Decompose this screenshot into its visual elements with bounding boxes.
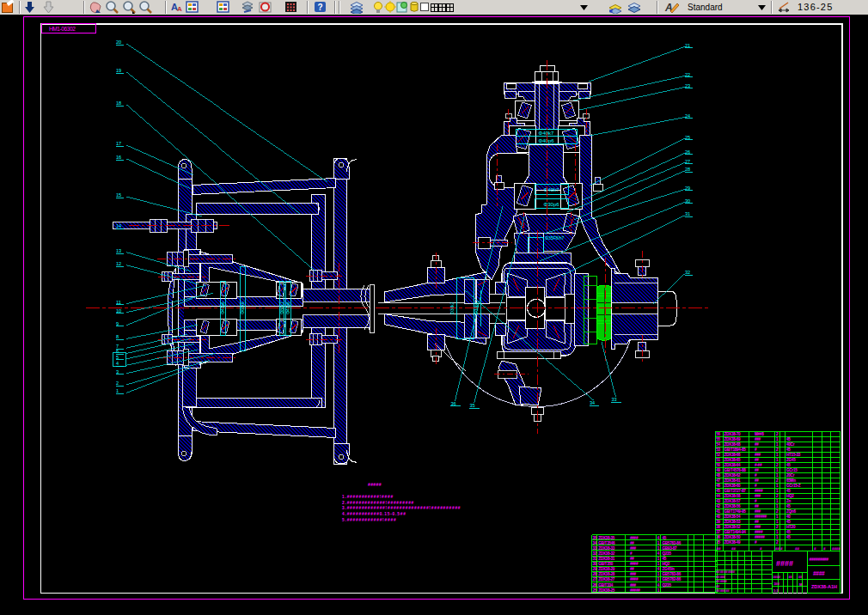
- svg-text:16: 16: [116, 155, 121, 160]
- svg-text:20Cr: 20Cr: [786, 473, 795, 478]
- svg-text:ZDX38-25: ZDX38-25: [598, 588, 615, 593]
- svg-text:GB/T3546: GB/T3546: [598, 541, 615, 545]
- svg-text:GB93-87: GB93-87: [663, 546, 678, 551]
- svg-text:Q235: Q235: [663, 583, 672, 588]
- svg-text:2.#############!#########: 2.#############!#########: [342, 501, 414, 505]
- svg-text:HT20: HT20: [786, 525, 796, 529]
- svg-text:#####: #####: [368, 482, 382, 487]
- svg-text:ZDX38-31: ZDX38-31: [598, 557, 615, 561]
- svg-text:Φ40p6: Φ40p6: [221, 301, 225, 314]
- svg-text:####: ####: [755, 530, 763, 534]
- svg-text:GB5783-86: GB5783-86: [663, 541, 682, 545]
- svg-text:###: ###: [630, 583, 637, 588]
- svg-text:ZDX38-27: ZDX38-27: [598, 577, 615, 582]
- svg-text:ZDX38-53: ZDX38-53: [724, 520, 742, 524]
- svg-text:ZDX38-69: ZDX38-69: [724, 437, 742, 441]
- svg-text:54: 54: [716, 442, 720, 447]
- svg-text:## ## ## ####: ## ## ## ####: [716, 570, 736, 574]
- svg-text:24: 24: [685, 113, 690, 119]
- svg-text:13: 13: [116, 248, 121, 253]
- svg-text:6: 6: [116, 349, 119, 354]
- svg-text:HQ2: HQ2: [663, 562, 670, 566]
- svg-text:GB/T1494-94: GB/T1494-94: [724, 530, 747, 534]
- svg-text:34: 34: [593, 541, 597, 545]
- svg-text:51: 51: [716, 458, 720, 462]
- svg-text:22: 22: [685, 72, 690, 77]
- svg-text:Q235: Q235: [663, 551, 672, 556]
- svg-text:38: 38: [716, 525, 720, 529]
- svg-text:## ###: ## ###: [716, 575, 726, 579]
- svg-text:Φ35F8/h7: Φ35F8/h7: [545, 235, 565, 241]
- svg-text:ZG45: ZG45: [786, 458, 796, 462]
- svg-text:30: 30: [593, 562, 597, 566]
- svg-text:Φ80k7: Φ80k7: [280, 301, 284, 314]
- svg-text:42: 42: [716, 504, 720, 508]
- svg-text:###: ###: [755, 437, 761, 441]
- svg-text:####: ####: [630, 562, 639, 566]
- svg-text:##: ##: [755, 478, 759, 483]
- svg-text:ZDX38-28: ZDX38-28: [598, 572, 615, 576]
- svg-text:##: ##: [755, 458, 759, 462]
- svg-text:43: 43: [716, 499, 720, 503]
- svg-text:#-##: #-##: [755, 463, 762, 467]
- svg-text:##: ##: [755, 468, 759, 472]
- svg-text:33: 33: [612, 397, 617, 402]
- svg-text:####: ####: [776, 559, 793, 568]
- svg-text:4: 4: [116, 361, 119, 366]
- svg-text:GCr15: GCr15: [786, 468, 798, 472]
- svg-text:ZDX38-49: ZDX38-49: [724, 540, 742, 545]
- svg-text:45: 45: [786, 504, 791, 508]
- svg-text:###: ###: [755, 494, 761, 498]
- svg-text:11: 11: [116, 300, 121, 305]
- svg-text:35: 35: [470, 403, 475, 408]
- svg-text:##: ##: [630, 567, 634, 571]
- svg-text:###: ###: [755, 525, 761, 529]
- svg-text:41: 41: [716, 509, 720, 514]
- svg-text:45: 45: [716, 489, 720, 493]
- svg-text:GB/T1749-95: GB/T1749-95: [724, 509, 747, 514]
- svg-text:Φ40k7: Φ40k7: [544, 187, 559, 192]
- svg-text:45: 45: [786, 463, 791, 467]
- svg-text:49: 49: [716, 468, 720, 472]
- svg-text:5.############!####: 5.############!####: [342, 518, 396, 522]
- svg-text:##: ##: [795, 546, 799, 551]
- svg-text:46: 46: [716, 484, 720, 488]
- svg-text:35: 35: [593, 536, 597, 540]
- svg-text:GB/T350: GB/T350: [598, 562, 614, 566]
- svg-text:7: 7: [116, 344, 119, 349]
- svg-text:40: 40: [716, 515, 720, 519]
- svg-text:GB5782-86: GB5782-86: [663, 577, 682, 582]
- svg-text:###: ###: [630, 572, 637, 576]
- svg-text:53: 53: [716, 448, 720, 452]
- svg-text:###: ###: [755, 453, 761, 457]
- svg-text:29: 29: [593, 567, 597, 571]
- svg-text:50: 50: [716, 463, 720, 467]
- svg-text:34: 34: [590, 400, 595, 405]
- svg-text:ZDX38-68: ZDX38-68: [724, 442, 742, 447]
- svg-text:##: ##: [630, 557, 634, 561]
- svg-text:28: 28: [593, 572, 597, 576]
- svg-text:##: ##: [755, 504, 759, 508]
- svg-text:32: 32: [593, 551, 597, 556]
- svg-text:45: 45: [786, 530, 791, 534]
- svg-text:ZDX38-32: ZDX38-32: [598, 551, 615, 556]
- svg-text:####: ####: [755, 489, 763, 493]
- svg-text:M: M: [799, 583, 802, 587]
- svg-text:39: 39: [716, 520, 720, 524]
- svg-text:1.###########!####: 1.###########!####: [342, 495, 394, 499]
- svg-text:ZDX38-52: ZDX38-52: [724, 525, 742, 529]
- svg-text:M##8: M##8: [755, 432, 764, 436]
- svg-text:33: 33: [593, 546, 597, 551]
- svg-text:17: 17: [116, 141, 121, 146]
- svg-text:?: ?: [317, 3, 322, 12]
- svg-text:##: ##: [731, 546, 736, 551]
- svg-text:##: ##: [775, 546, 779, 551]
- svg-text:ZDX38-35: ZDX38-35: [598, 536, 615, 540]
- svg-text:15: 15: [116, 192, 121, 198]
- svg-text:GB/T334: GB/T334: [598, 583, 614, 588]
- svg-text:ZDX38-29: ZDX38-29: [598, 567, 615, 571]
- svg-text:29: 29: [685, 186, 690, 191]
- svg-text:55: 55: [716, 437, 720, 441]
- svg-text:14: 14: [116, 223, 121, 228]
- svg-text:ZDX38-70: ZDX38-70: [724, 432, 742, 436]
